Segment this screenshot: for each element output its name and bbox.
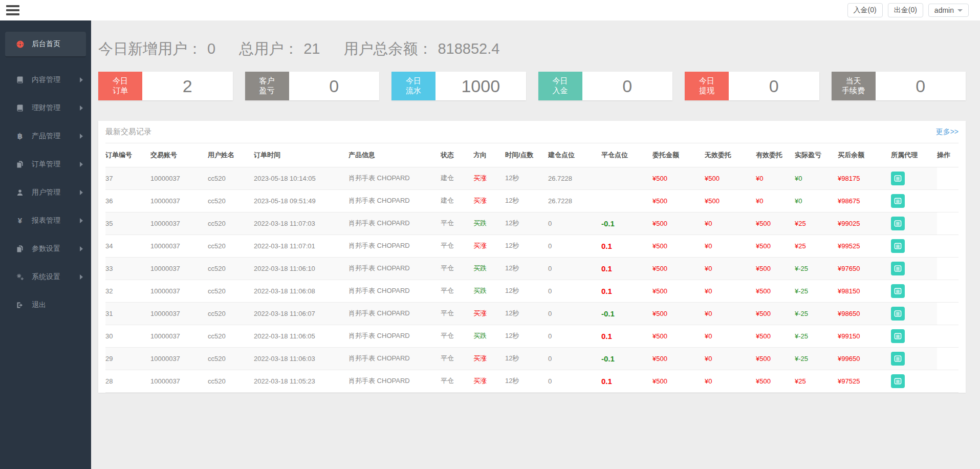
table-cell: 12秒 [505, 370, 548, 392]
view-order-button[interactable] [891, 307, 905, 321]
bitcoin-icon: ฿ [15, 132, 25, 140]
summary-item: 今日新增用户：0 [98, 39, 215, 59]
sidebar-item-params[interactable]: 参数设置 [0, 234, 91, 263]
table-cell: cc520 [208, 302, 254, 325]
table-cell: ¥0 [795, 189, 838, 212]
summary-stats: 今日新增用户：0总用户：21用户总余额：818852.4 [98, 39, 966, 59]
list-icon [894, 355, 902, 363]
sidebar-item-finance[interactable]: 理财管理 [0, 94, 91, 122]
table-cell: ¥-25 [795, 325, 838, 347]
main-content: 今日新增用户：0总用户：21用户总余额：818852.4 今日订单2客户盈亏0今… [91, 20, 980, 469]
view-order-button[interactable] [891, 217, 905, 230]
sidebar-item-label: 内容管理 [32, 75, 60, 84]
table-cell: 10000037 [150, 234, 208, 257]
sidebar-item-order[interactable]: 订单管理 [0, 150, 91, 178]
user-icon [15, 188, 25, 197]
table-cell: ¥500 [705, 167, 756, 189]
table-row: 3010000037cc5202022-03-18 11:06:05肖邦手表 C… [105, 325, 959, 347]
chevron-right-icon [80, 274, 83, 280]
table-cell: ¥0 [705, 234, 756, 257]
table-cell: 建仓 [441, 189, 473, 212]
table-cell: 买涨 [473, 167, 505, 189]
table-cell: 0 [548, 370, 601, 392]
table-cell: ¥-25 [795, 257, 838, 280]
stat-card-value: 0 [289, 72, 380, 100]
sidebar-item-report[interactable]: ¥报表管理 [0, 206, 91, 234]
stat-card-label: 今日订单 [98, 72, 142, 100]
stat-card-label: 客户盈亏 [245, 72, 289, 100]
sidebar-item-label: 报表管理 [32, 216, 60, 225]
table-row: 2910000037cc5202022-03-18 11:06:03肖邦手表 C… [105, 347, 959, 370]
stat-cards: 今日订单2客户盈亏0今日流水1000今日入金0今日提现0当天手续费0 [98, 72, 966, 100]
table-cell: 12秒 [505, 212, 548, 234]
dashboard-icon [15, 40, 25, 49]
table-cell: 肖邦手表 CHOPARD [349, 325, 441, 347]
table-cell: cc520 [208, 257, 254, 280]
table-cell: 买涨 [473, 189, 505, 212]
sidebar-item-user[interactable]: 用户管理 [0, 178, 91, 206]
table-cell: ¥500 [756, 234, 795, 257]
summary-value: 0 [207, 40, 215, 57]
latest-trades-panel: 最新交易记录 更多>> 订单编号交易账号用户姓名订单时间产品信息状态方向时间/点… [98, 121, 966, 393]
menu-toggle-icon[interactable] [6, 5, 19, 15]
table-cell: 平仓 [441, 257, 473, 280]
table-cell: ¥500 [652, 257, 705, 280]
table-cell: 10000037 [150, 302, 208, 325]
withdraw-button[interactable]: 出金(0) [888, 3, 923, 17]
sidebar-item-label: 退出 [32, 301, 46, 310]
table-cell: cc520 [208, 234, 254, 257]
sidebar-item-content[interactable]: 内容管理 [0, 66, 91, 94]
table-cell: 2023-05-18 10:14:05 [254, 167, 349, 189]
view-order-button[interactable] [891, 374, 905, 388]
stat-card-today-fee: 当天手续费0 [832, 72, 966, 100]
yen-icon: ¥ [15, 217, 25, 224]
table-row: 2810000037cc5202022-03-18 11:05:23肖邦手表 C… [105, 370, 959, 392]
table-cell: 0 [548, 280, 601, 302]
gears-icon [15, 272, 25, 281]
list-icon [894, 287, 902, 295]
view-order-button[interactable] [891, 262, 905, 275]
sidebar-item-logout[interactable]: 退出 [0, 291, 91, 319]
table-cell [601, 167, 652, 189]
table-cell: ¥500 [652, 234, 705, 257]
table-cell: cc520 [208, 212, 254, 234]
table-cell: -0.1 [601, 347, 652, 370]
table-cell: 36 [105, 189, 150, 212]
chevron-right-icon [80, 190, 83, 195]
more-link[interactable]: 更多>> [936, 127, 959, 137]
table-cell [891, 302, 937, 325]
table-cell: 平仓 [441, 280, 473, 302]
topbar: 入金(0) 出金(0) admin [0, 0, 980, 20]
table-cell [891, 234, 937, 257]
table-cell: -0.1 [601, 302, 652, 325]
table-cell: 31 [105, 302, 150, 325]
table-cell: ¥0 [705, 302, 756, 325]
table-cell: cc520 [208, 280, 254, 302]
sidebar-item-home[interactable]: 后台首页 [5, 32, 86, 57]
sidebar-item-system[interactable]: 系统设置 [0, 263, 91, 291]
sidebar-item-product[interactable]: ฿产品管理 [0, 122, 91, 150]
chevron-right-icon [80, 218, 83, 223]
sidebar-item-label: 后台首页 [32, 39, 60, 49]
deposit-button[interactable]: 入金(0) [847, 3, 883, 17]
table-cell: 平仓 [441, 302, 473, 325]
view-order-button[interactable] [891, 284, 905, 298]
table-cell: 12秒 [505, 234, 548, 257]
table-cell [891, 167, 937, 189]
view-order-button[interactable] [891, 194, 905, 208]
view-order-button[interactable] [891, 329, 905, 343]
table-cell: ¥99650 [838, 347, 891, 370]
column-header: 操作 [937, 143, 959, 167]
table-cell: 0.1 [601, 234, 652, 257]
view-order-button[interactable] [891, 239, 905, 253]
table-cell: 12秒 [505, 347, 548, 370]
table-cell [891, 325, 937, 347]
table-cell: ¥0 [705, 370, 756, 392]
table-cell: 买涨 [473, 347, 505, 370]
view-order-button[interactable] [891, 172, 905, 185]
view-order-button[interactable] [891, 352, 905, 366]
admin-dropdown[interactable]: admin [928, 4, 969, 17]
table-cell: 28 [105, 370, 150, 392]
table-cell: ¥25 [795, 212, 838, 234]
table-cell: ¥500 [756, 280, 795, 302]
